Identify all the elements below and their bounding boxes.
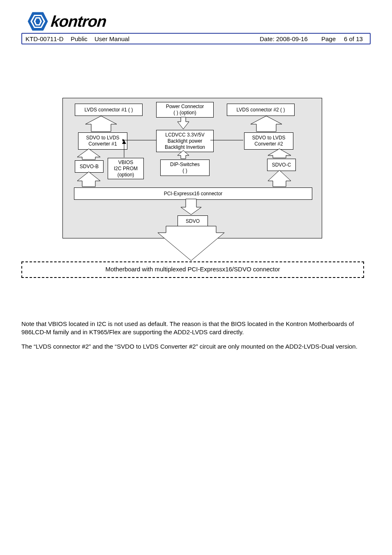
conv2-line1: SDVO to LVDS	[252, 135, 285, 141]
brand-name: kontron	[50, 13, 107, 30]
logo-icon	[27, 12, 48, 31]
date-label: Date: 2008-09-16	[260, 35, 321, 42]
vbios-box: VBIOS I2C PROM (option)	[108, 158, 144, 179]
public-label: Public	[71, 35, 95, 42]
power-connector-line2: ( ) (option)	[173, 110, 196, 116]
power-connector-line1: Power Connector	[166, 104, 204, 110]
paragraph-2: The “LVDS connector #2” and the “SVDO to…	[21, 342, 371, 351]
page: kontron KTD-00711-D Public User Manual D…	[0, 0, 392, 351]
body-text: Note that VBIOS located in I2C is not us…	[21, 320, 371, 351]
lvds-connector-2: LVDS connector #2 ( )	[227, 104, 295, 116]
vbios-line3: (option)	[118, 172, 134, 178]
dip-switches-box: DIP-Switches ( )	[160, 160, 210, 176]
user-manual-label: User Manual	[95, 35, 260, 42]
page-number: 6 of 13	[344, 35, 367, 42]
sdvo-lvds-converter-1: SDVO to LVDS Converter #1	[78, 132, 127, 150]
lcdvcc-box: LCDVCC 3.3V/5V Backlight power Backlight…	[156, 130, 214, 152]
vbios-line1: VBIOS	[118, 160, 134, 166]
power-connector: Power Connector ( ) (option)	[156, 102, 214, 118]
lvds-connector-1: LVDS connector #1 ( )	[75, 104, 143, 116]
header-bar: KTD-00711-D Public User Manual Date: 200…	[21, 33, 371, 44]
doc-id: KTD-00711-D	[25, 35, 71, 42]
page-label: Page	[321, 35, 344, 42]
sdvo-b-label: SDVO-B	[75, 160, 104, 173]
sdvo-lvds-converter-2: SDVO to LVDS Converter #2	[244, 132, 293, 150]
motherboard-box: Motherboard with multiplexed PCI-Express…	[21, 261, 364, 278]
block-diagram: LVDS connector #1 ( ) Power Connector ( …	[21, 94, 371, 299]
lcd-line2: Backlight power	[168, 138, 203, 144]
paragraph-1: Note that VBIOS located in I2C is not us…	[21, 320, 371, 337]
lcd-line1: LCDVCC 3.3V/5V	[165, 132, 204, 138]
conv2-line2: Converter #2	[254, 141, 283, 147]
conv1-line1: SDVO to LVDS	[86, 135, 119, 141]
logo-row: kontron	[27, 11, 371, 32]
conv1-line2: Converter #1	[88, 141, 117, 147]
pcie-connector: PCI-Expressx16 connector	[74, 187, 312, 200]
lcd-line3: Backlight Invertion	[165, 144, 205, 150]
sdvo-c-label: SDVO-C	[267, 159, 296, 171]
vbios-line2: I2C PROM	[114, 166, 138, 172]
dip-line2: ( )	[182, 168, 187, 174]
sdvo-label: SDVO	[178, 215, 208, 227]
dip-line1: DIP-Switches	[170, 162, 200, 168]
